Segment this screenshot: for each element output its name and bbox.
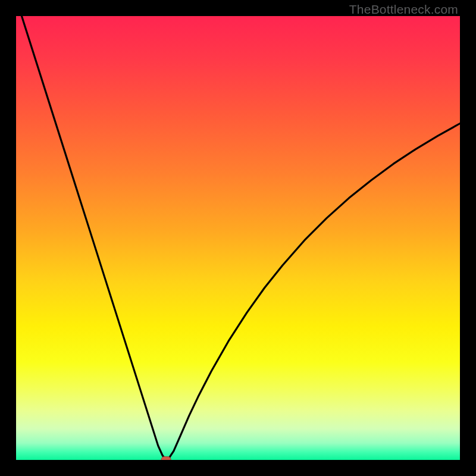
plot-area (16, 16, 460, 460)
optimal-point-marker (161, 457, 171, 461)
watermark-text: TheBottleneck.com (349, 2, 458, 17)
chart-svg (16, 16, 460, 460)
gradient-background (16, 16, 460, 460)
chart-frame: TheBottleneck.com (0, 0, 476, 476)
